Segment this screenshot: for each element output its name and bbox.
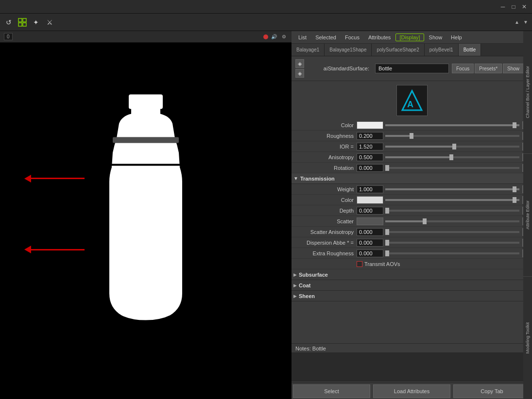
maximize-button[interactable]: □ <box>510 3 517 11</box>
depth-slider[interactable] <box>385 210 519 212</box>
notes-label: Notes: Bottle <box>292 344 532 352</box>
scatter-color-box[interactable] <box>357 217 383 225</box>
menu-attributes[interactable]: Attributes <box>364 33 395 41</box>
dispersion-slider[interactable] <box>385 242 519 244</box>
attribute-editor-tab[interactable]: Attribute Editor <box>523 154 532 277</box>
svg-rect-1 <box>23 18 26 22</box>
scatter-slider[interactable] <box>385 220 519 222</box>
anisotropy-slider[interactable] <box>385 156 519 158</box>
anisotropy-row: Anisotropy ▦ <box>292 152 532 163</box>
transmission-color-row: Color ▦ <box>292 195 532 205</box>
channel-box-tab[interactable]: Channel Box / Layer Editor <box>523 31 532 154</box>
trans-color-slider[interactable] <box>385 199 519 201</box>
weight-input[interactable] <box>357 185 383 193</box>
show-button[interactable]: Show <box>503 64 524 73</box>
scatter-aniso-row: Scatter Anisotropy ▦ <box>292 227 532 237</box>
transmit-aovs-row: Transmit AOVs <box>292 259 532 269</box>
color-slider[interactable] <box>385 124 519 126</box>
tab-polysurfaceshape2[interactable]: polySurfaceShape2 <box>372 44 424 56</box>
weight-label: Weight <box>293 186 357 192</box>
svg-rect-0 <box>18 18 22 22</box>
menu-list[interactable]: List <box>294 33 310 41</box>
trans-color-value-box[interactable] <box>357 196 383 204</box>
coat-title: Coat <box>299 283 310 288</box>
select-icon[interactable]: ✦ <box>30 17 42 28</box>
load-attributes-button[interactable]: Load Attributes <box>373 384 450 398</box>
presets-button[interactable]: Presets* <box>475 64 502 73</box>
dispersion-input[interactable] <box>357 239 383 247</box>
menu-help[interactable]: Help <box>447 33 466 41</box>
ior-slider[interactable] <box>385 146 519 148</box>
depth-input[interactable] <box>357 207 383 215</box>
subsurface-section[interactable]: ▶ Subsurface <box>292 269 532 280</box>
transmit-aovs-checkbox[interactable] <box>357 261 362 267</box>
header-icons: ◈ ◈ <box>295 59 304 78</box>
pin-icon[interactable]: ◈ <box>295 69 304 78</box>
rotation-row: Rotation ▦ <box>292 163 532 173</box>
tab-balayage1[interactable]: Balayage1 <box>292 44 325 56</box>
ior-input[interactable] <box>357 143 383 150</box>
object-name-input[interactable] <box>375 64 449 73</box>
menu-display[interactable]: [Display] <box>395 33 424 41</box>
extra-roughness-input[interactable] <box>357 249 383 257</box>
scatter-aniso-slider[interactable] <box>385 231 519 233</box>
scatter-label: Scatter <box>293 218 357 224</box>
svg-rect-6 <box>113 137 179 143</box>
scatter-aniso-input[interactable] <box>357 228 383 236</box>
trans-color-label: Color <box>293 197 357 203</box>
menu-focus[interactable]: Focus <box>341 33 363 41</box>
anisotropy-input[interactable] <box>357 153 383 161</box>
header-action-buttons: Focus Presets* Show Hide <box>452 64 532 73</box>
audio-icon[interactable]: 🔊 <box>270 33 278 41</box>
focus-button[interactable]: Focus <box>452 64 474 73</box>
roughness-input[interactable] <box>357 132 383 140</box>
undo-icon[interactable]: ↺ <box>3 17 15 28</box>
viewport-header: 0 🔊 ⚙ <box>0 31 292 43</box>
tab-polybevel1[interactable]: polyBevel1 <box>425 44 459 56</box>
transmission-section[interactable]: ▼ Transmission <box>292 173 532 184</box>
tab-balayage1shape[interactable]: Balayage1Shape <box>325 44 372 56</box>
transmit-aovs-label: Transmit AOVs <box>364 261 400 267</box>
channel-box-label: Channel Box / Layer Editor <box>525 66 530 118</box>
notes-area: Notes: Bottle <box>292 343 532 382</box>
tools-icon[interactable]: ⚔ <box>44 17 55 28</box>
tabs-row: Balayage1 Balayage1Shape polySurfaceShap… <box>292 44 532 56</box>
rotation-slider[interactable] <box>385 167 519 169</box>
scroll-down-icon[interactable]: ▼ <box>522 19 529 26</box>
rotation-input[interactable] <box>357 164 383 172</box>
sheen-section[interactable]: ▶ Sheen <box>292 291 532 301</box>
color-value-box[interactable] <box>357 121 383 129</box>
roughness-slider[interactable] <box>385 135 519 137</box>
transmission-title: Transmission <box>300 176 335 182</box>
close-button[interactable]: ✕ <box>520 3 528 11</box>
settings-icon[interactable]: ⚙ <box>280 33 288 41</box>
depth-row: Depth ▦ <box>292 205 532 216</box>
attributes-scroll[interactable]: Color ▦ Roughness ▦ IOR = <box>292 120 532 343</box>
menu-selected[interactable]: Selected <box>311 33 340 41</box>
record-indicator <box>263 34 268 39</box>
svg-text:A: A <box>407 100 413 109</box>
bookmark-icon[interactable]: ◈ <box>295 59 304 68</box>
grid-icon[interactable] <box>17 17 28 28</box>
arrow-upper <box>24 175 85 183</box>
subsurface-title: Subsurface <box>299 272 328 278</box>
extra-roughness-slider[interactable] <box>385 252 519 254</box>
minimize-button[interactable]: ─ <box>499 3 507 11</box>
coat-expand-icon: ▶ <box>293 283 297 288</box>
scroll-up-icon[interactable]: ▲ <box>514 19 520 26</box>
select-button[interactable]: Select <box>293 384 370 398</box>
weight-slider[interactable] <box>385 188 519 190</box>
menu-show[interactable]: Show <box>425 33 446 41</box>
coat-section[interactable]: ▶ Coat <box>292 280 532 291</box>
copy-tab-button[interactable]: Copy Tab <box>453 384 531 398</box>
svg-rect-3 <box>23 23 26 26</box>
dispersion-label: Dispersion Abbe * = <box>293 240 357 246</box>
viewport-canvas[interactable] <box>0 43 292 399</box>
notes-textarea[interactable] <box>292 352 532 382</box>
modeling-toolkit-tab[interactable]: Modeling Toolkit <box>523 277 532 399</box>
dispersion-row: Dispersion Abbe * = ▦ <box>292 237 532 248</box>
tab-bottle[interactable]: Bottle <box>459 44 481 56</box>
arrow-lower <box>24 246 85 253</box>
right-panel: List Selected Focus Attributes [Display]… <box>292 31 532 399</box>
toolbar: ↺ ✦ ⚔ ▲ ▼ <box>0 14 532 31</box>
